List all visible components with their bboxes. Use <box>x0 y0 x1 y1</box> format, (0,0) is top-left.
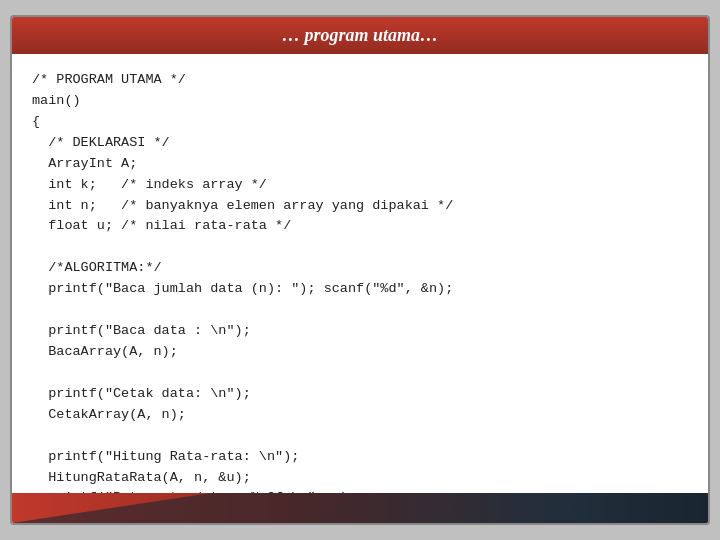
slide-body: /* PROGRAM UTAMA */ main() { /* DEKLARAS… <box>12 54 708 493</box>
slide-header: … program utama… <box>12 17 708 54</box>
svg-marker-0 <box>12 493 708 523</box>
slide-container: … program utama… /* PROGRAM UTAMA */ mai… <box>10 15 710 525</box>
code-block: /* PROGRAM UTAMA */ main() { /* DEKLARAS… <box>32 70 688 493</box>
slide-footer <box>12 493 708 523</box>
footer-decoration <box>12 493 708 523</box>
header-title: … program utama… <box>282 25 438 45</box>
